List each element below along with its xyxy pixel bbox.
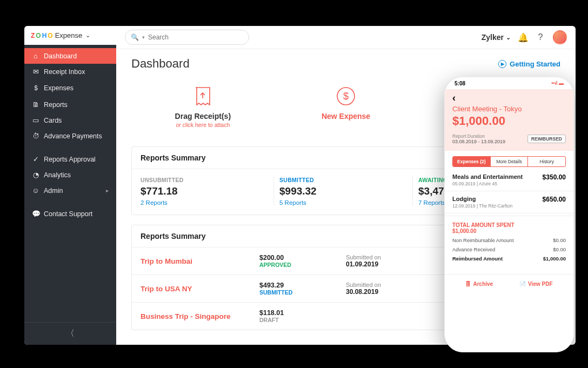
back-button[interactable]: ‹ xyxy=(452,92,566,104)
sidebar-item-contact-support[interactable]: 💬Contact Support xyxy=(24,206,116,222)
sidebar-item-analytics[interactable]: ◔Analytics xyxy=(24,167,116,183)
help-icon: ? xyxy=(538,32,543,42)
brand-switcher[interactable]: ZOHO Expense ⌄ xyxy=(24,26,116,45)
report-name[interactable]: Trip to USA NY xyxy=(141,285,254,293)
report-sub-label: Submitted on xyxy=(346,254,427,260)
tab-history[interactable]: History xyxy=(528,157,565,166)
unsubmitted-reports-link[interactable]: 2 Reports xyxy=(141,199,267,206)
signal-icon: ••ıl ▬ xyxy=(551,81,564,86)
dollar-icon: ＄ xyxy=(32,83,39,93)
chevron-down-icon: ▾ xyxy=(142,35,145,40)
inbox-icon: ✉ xyxy=(32,68,39,76)
summary-submitted: SUBMITTED $993.32 5 Reports xyxy=(279,177,413,206)
approval-icon: ✓ xyxy=(32,155,39,163)
summary-unsubmitted: UNSUBMITTED $771.18 2 Reports xyxy=(141,177,274,206)
report-status: APPROVED xyxy=(259,262,340,268)
report-amount: $493.29 xyxy=(259,282,340,289)
report-date: 01.09.2019 xyxy=(346,260,427,268)
submitted-reports-link[interactable]: 5 Reports xyxy=(279,199,406,206)
expense-amount: $650.00 xyxy=(543,196,566,203)
chat-icon: 💬 xyxy=(32,210,39,218)
report-sub-label: Submitted on xyxy=(346,282,427,288)
phone-header: ‹ Client Meeting - Tokyo $1,000.00 Repor… xyxy=(445,89,573,151)
sidebar-collapse-button[interactable]: 〈 xyxy=(24,322,116,345)
sidebar-item-expenses[interactable]: ＄Expenses xyxy=(24,79,116,97)
expense-name: Meals and Entertainment xyxy=(452,173,523,180)
document-icon: 🗎 xyxy=(32,101,39,109)
sidebar-item-reports-approval[interactable]: ✓Reports Approval xyxy=(24,151,116,167)
sidebar-item-receipt-inbox[interactable]: ✉Receipt Inbox xyxy=(24,64,116,79)
report-name[interactable]: Trip to Mumbai xyxy=(141,257,254,265)
page-title: Dashboard xyxy=(131,57,190,71)
expense-item[interactable]: Meals and Entertainment05.09.2019 | Azur… xyxy=(445,169,573,191)
chevron-down-icon: ⌄ xyxy=(506,34,511,41)
chevron-right-icon: ▸ xyxy=(106,188,109,193)
status-badge: REIMBURSED xyxy=(527,135,566,143)
expense-item[interactable]: Lodging12.09.2019 | The Ritz-Carlton$650… xyxy=(445,191,573,213)
report-amount: $118.01 xyxy=(259,309,340,317)
phone-statusbar: 5:08 ••ıl ▬ xyxy=(445,77,573,89)
archive-button[interactable]: 🗄Archive xyxy=(465,281,493,287)
search-input[interactable]: 🔍▾ xyxy=(125,30,249,45)
expense-name: Lodging xyxy=(452,196,512,202)
expense-sub: 12.09.2019 | The Ritz-Carlton xyxy=(452,203,512,209)
phone-report-amount: $1,000.00 xyxy=(452,114,566,128)
expense-icon: $ xyxy=(335,85,357,108)
phone-tabs: Expenses (2) More Details History xyxy=(452,156,566,167)
analytics-icon: ◔ xyxy=(32,171,39,179)
help-button[interactable]: ? xyxy=(536,32,545,42)
org-switcher[interactable]: Zylker⌄ xyxy=(482,33,511,42)
phone-totals: TOTAL AMOUNT SPENT$1,000.00 Non Reimburs… xyxy=(445,216,573,267)
receipt-upload-icon xyxy=(191,85,214,108)
report-name[interactable]: Business Trip - Singapore xyxy=(141,312,254,320)
expense-amount: $350.00 xyxy=(543,173,566,181)
report-amount: $200.00 xyxy=(259,254,340,262)
subheader: Dashboard ▶Getting Started xyxy=(116,49,576,75)
bell-icon: 🔔 xyxy=(518,32,529,43)
phone-time: 5:08 xyxy=(455,81,465,86)
sidebar-item-reports[interactable]: 🗎Reports xyxy=(24,97,116,112)
sidebar-item-cards[interactable]: ▭Cards xyxy=(24,112,116,128)
phone-report-title: Client Meeting - Tokyo xyxy=(452,105,566,113)
drag-receipt-action[interactable]: Drag Receipt(s) or click here to attach xyxy=(131,81,275,132)
search-field[interactable] xyxy=(148,34,243,41)
chevron-down-icon: ⌄ xyxy=(85,32,90,39)
tab-expenses[interactable]: Expenses (2) xyxy=(453,157,491,166)
home-icon: ⌂ xyxy=(32,52,39,60)
getting-started-link[interactable]: ▶Getting Started xyxy=(498,60,560,68)
sidebar-nav: ⌂Dashboard ✉Receipt Inbox ＄Expenses 🗎Rep… xyxy=(24,45,116,225)
phone-mock: 5:08 ••ıl ▬ ‹ Client Meeting - Tokyo $1,… xyxy=(444,77,574,352)
expense-sub: 05.09.2019 | Azure 45 xyxy=(452,181,523,186)
phone-actions: 🗄Archive 📄View PDF xyxy=(445,274,573,293)
sidebar-item-advance-payments[interactable]: ⏱Advance Payments xyxy=(24,128,116,144)
search-icon: 🔍 xyxy=(131,34,139,41)
brand-product: Expense xyxy=(55,31,83,39)
archive-icon: 🗄 xyxy=(465,281,471,287)
sidebar-item-dashboard[interactable]: ⌂Dashboard xyxy=(24,48,116,64)
avatar[interactable] xyxy=(553,30,567,44)
play-icon: ▶ xyxy=(498,60,506,68)
tab-more-details[interactable]: More Details xyxy=(491,157,529,166)
sidebar-item-admin[interactable]: ☺Admin▸ xyxy=(24,183,116,198)
phone-duration: Report Duration03.08.2019 - 13.09.2019 xyxy=(452,133,505,144)
pdf-icon: 📄 xyxy=(519,281,526,287)
svg-text:$: $ xyxy=(343,91,349,102)
topbar: 🔍▾ Zylker⌄ 🔔 ? xyxy=(116,26,576,49)
notifications-button[interactable]: 🔔 xyxy=(518,32,528,42)
advance-icon: ⏱ xyxy=(32,132,39,140)
view-pdf-button[interactable]: 📄View PDF xyxy=(519,281,552,287)
new-expense-action[interactable]: $ New Expense xyxy=(275,81,418,132)
admin-icon: ☺ xyxy=(32,186,39,195)
report-date: 30.08.2019 xyxy=(346,288,427,296)
report-status: DRAFT xyxy=(259,317,340,323)
sidebar: ZOHO Expense ⌄ ⌂Dashboard ✉Receipt Inbox… xyxy=(24,26,116,345)
card-icon: ▭ xyxy=(32,116,39,124)
report-status: SUBMITTED xyxy=(259,289,340,296)
